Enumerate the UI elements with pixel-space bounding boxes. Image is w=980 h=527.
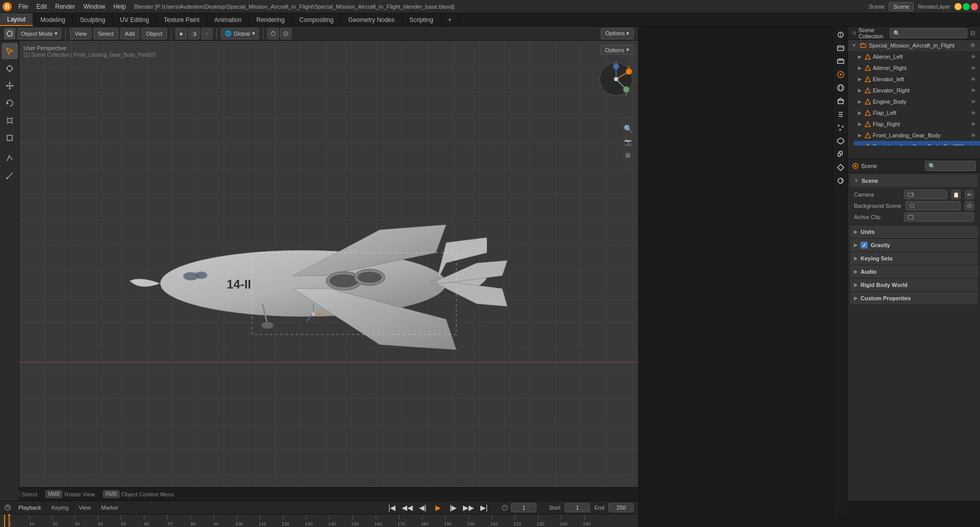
- tab-add[interactable]: +: [441, 13, 459, 26]
- camera-browse-btn[interactable]: 📋: [951, 190, 961, 199]
- visibility-icon[interactable]: 👁: [971, 54, 976, 60]
- grid-btn[interactable]: ⊞: [622, 149, 634, 161]
- custom-props-header[interactable]: ▶ Custom Properties: [850, 292, 978, 304]
- menu-help[interactable]: Help: [109, 2, 130, 11]
- camera-value[interactable]: [904, 190, 947, 199]
- keying-sets-header[interactable]: ▶ Keying Sets: [850, 252, 978, 265]
- next-frame-btn[interactable]: ▶▶: [463, 502, 474, 513]
- menu-window[interactable]: Window: [79, 2, 109, 11]
- view-menu[interactable]: View: [70, 28, 91, 39]
- scene-section-header[interactable]: ▼ Scene: [850, 175, 978, 187]
- world-props-icon[interactable]: [835, 82, 847, 94]
- bg-scene-btn[interactable]: [965, 201, 974, 210]
- options-btn[interactable]: Options ▾: [601, 28, 634, 39]
- tab-modeling[interactable]: Modeling: [33, 13, 73, 26]
- outliner-item-elevator-left[interactable]: ▶ Elevator_left 👁: [854, 74, 980, 85]
- blender-logo[interactable]: B: [0, 0, 14, 13]
- gravity-checkbox[interactable]: ✓: [861, 242, 868, 249]
- current-frame-input[interactable]: [511, 503, 536, 512]
- select-tool-btn[interactable]: [2, 43, 18, 59]
- play-btn[interactable]: ▶: [432, 502, 444, 513]
- scene-props-icon[interactable]: [835, 68, 847, 81]
- snap-toggle[interactable]: [267, 28, 279, 39]
- tab-animation[interactable]: Animation: [207, 13, 249, 26]
- start-frame-input[interactable]: [565, 503, 590, 512]
- rigid-body-header[interactable]: ▶ Rigid Body World: [850, 279, 978, 291]
- constraints-icon[interactable]: [835, 148, 847, 160]
- outliner-item-aileron-right[interactable]: ▶ Aileron_Right 👁: [854, 62, 980, 74]
- viewport-shading-solid[interactable]: ●: [176, 28, 187, 39]
- outliner-collection-root[interactable]: ▼ Special_Mission_Aircraft_in_Flight 👁: [848, 40, 980, 51]
- end-frame-input[interactable]: [608, 503, 634, 512]
- viewport-shading-rendered[interactable]: ○: [201, 28, 212, 39]
- move-tool-btn[interactable]: [2, 78, 18, 94]
- modifiers-icon[interactable]: [835, 108, 847, 121]
- visibility-icon[interactable]: 👁: [971, 99, 976, 105]
- menu-render[interactable]: Render: [51, 2, 79, 11]
- add-menu[interactable]: Add: [120, 28, 140, 39]
- tab-uv-editing[interactable]: UV Editing: [113, 13, 157, 26]
- status-context[interactable]: RMB Object Context Menu: [103, 490, 175, 498]
- material-props-icon[interactable]: [835, 175, 847, 187]
- outliner-search-input[interactable]: [890, 28, 967, 38]
- tab-compositing[interactable]: Compositing: [292, 13, 341, 26]
- outliner-filter-btn[interactable]: ⊟: [969, 28, 976, 38]
- visibility-icon[interactable]: 👁: [971, 144, 976, 146]
- scale-tool-btn[interactable]: [2, 112, 18, 129]
- timeline-playback-btn[interactable]: Playback: [15, 505, 44, 511]
- timeline-keying-btn[interactable]: Keying: [48, 505, 72, 511]
- outliner-item-elevator-right[interactable]: ▶ Elevator_Right 👁: [854, 85, 980, 96]
- annotate-tool-btn[interactable]: [2, 150, 18, 166]
- viewport-shading-material[interactable]: ◑: [188, 28, 200, 39]
- jump-end-btn[interactable]: ▶|: [478, 502, 489, 513]
- minimize-button[interactable]: [954, 3, 962, 10]
- viewport-options-btn[interactable]: Options ▾: [600, 45, 634, 55]
- particles-icon[interactable]: [835, 122, 847, 134]
- transform-tool-btn[interactable]: [2, 130, 18, 146]
- tab-rendering[interactable]: Rendering: [249, 13, 292, 26]
- jump-start-btn[interactable]: |◀: [386, 502, 398, 513]
- tab-geometry-nodes[interactable]: Geometry Nodes: [341, 13, 402, 26]
- object-menu[interactable]: Object: [141, 28, 167, 39]
- measure-tool-btn[interactable]: [2, 167, 18, 184]
- timeline-content[interactable]: 1 10 20 30 40 50 60 70 80 90 100 110 120: [0, 514, 638, 527]
- menu-edit[interactable]: Edit: [32, 2, 51, 11]
- menu-file[interactable]: File: [14, 2, 32, 11]
- view-layer-props-icon[interactable]: [835, 55, 847, 67]
- outliner-item-flap-right[interactable]: ▶ Flap_Right 👁: [854, 118, 980, 130]
- object-props-icon[interactable]: [835, 95, 847, 107]
- select-menu[interactable]: Select: [93, 28, 118, 39]
- proportional-edit[interactable]: [280, 28, 291, 39]
- data-props-icon[interactable]: [835, 161, 847, 174]
- 3d-viewport[interactable]: 14-II User Perspective (1) Scene Collect…: [19, 41, 638, 500]
- mode-icon[interactable]: [4, 28, 15, 39]
- prev-keyframe-btn[interactable]: ◀|: [417, 502, 428, 513]
- timeline-view-btn[interactable]: View: [76, 505, 94, 511]
- tab-layout[interactable]: Layout: [0, 13, 33, 26]
- bg-scene-value[interactable]: [905, 201, 961, 210]
- visibility-icon[interactable]: 👁: [970, 42, 976, 49]
- physics-icon[interactable]: [835, 135, 847, 147]
- timeline-marker-btn[interactable]: Marker: [98, 505, 121, 511]
- tab-scripting[interactable]: Scripting: [402, 13, 441, 26]
- visibility-icon[interactable]: 👁: [971, 77, 976, 82]
- visibility-icon[interactable]: 👁: [971, 110, 976, 116]
- camera-new-btn[interactable]: ✏: [965, 190, 974, 199]
- outliner-item-aileron-left[interactable]: ▶ Aileron_Left 👁: [854, 51, 980, 62]
- gravity-header[interactable]: ▶ ✓ Gravity: [850, 239, 978, 251]
- prev-frame-btn[interactable]: ◀◀: [402, 502, 413, 513]
- outliner-item-front-gear-body-part003[interactable]: ▶ Front_Landing_Gear_Body_Part003 👁: [854, 141, 980, 146]
- next-keyframe-btn[interactable]: |▶: [448, 502, 459, 513]
- render-props-icon[interactable]: [835, 29, 847, 41]
- camera-btn[interactable]: 📷: [622, 136, 634, 148]
- maximize-button[interactable]: [963, 3, 970, 10]
- visibility-icon[interactable]: 👁: [971, 122, 976, 127]
- visibility-icon[interactable]: 👁: [971, 65, 976, 71]
- tab-sculpting[interactable]: Sculpting: [73, 13, 113, 26]
- units-header[interactable]: ▶ Units: [850, 226, 978, 238]
- object-mode-dropdown[interactable]: Object Mode ▾: [17, 28, 61, 39]
- output-props-icon[interactable]: [835, 42, 847, 54]
- outliner-item-engine-body[interactable]: ▶ Engine_Body 👁: [854, 96, 980, 107]
- audio-header[interactable]: ▶ Audio: [850, 266, 978, 278]
- outliner-item-flap-left[interactable]: ▶ Flap_Left 👁: [854, 107, 980, 118]
